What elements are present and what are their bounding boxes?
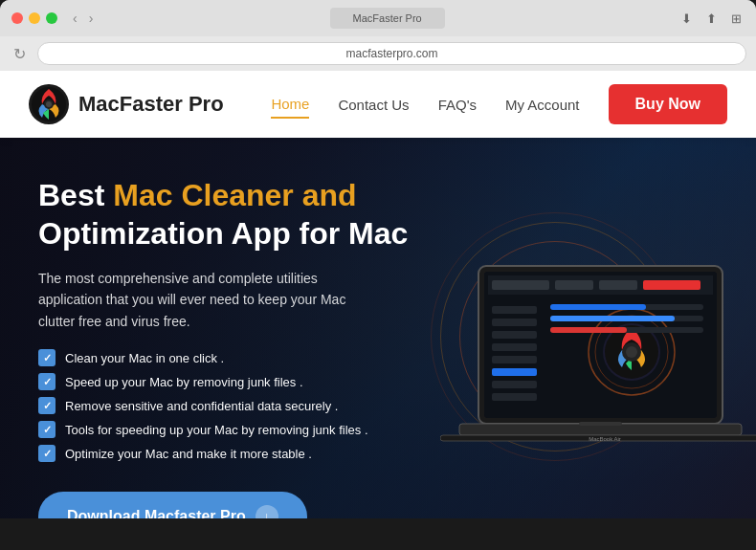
svg-rect-8 (492, 280, 549, 290)
nav-faqs[interactable]: FAQ's (438, 92, 477, 118)
svg-rect-9 (555, 280, 593, 290)
svg-rect-11 (643, 280, 700, 290)
svg-rect-10 (599, 280, 637, 290)
svg-rect-21 (492, 331, 537, 339)
share-icon[interactable]: ⬆ (702, 10, 720, 27)
titlebar: ‹ › MacFaster Pro ⬇ ⬆ ⊞ (0, 0, 756, 36)
traffic-lights (11, 12, 57, 24)
check-icon-1 (38, 349, 56, 366)
nav-home[interactable]: Home (271, 91, 309, 119)
svg-point-17 (626, 346, 637, 358)
new-tab-icon[interactable]: ⊞ (727, 10, 745, 27)
svg-rect-20 (492, 319, 537, 326)
svg-rect-19 (492, 306, 537, 314)
website: MacFaster Pro Home Contact Us FAQ's My A… (0, 71, 756, 518)
maximize-button[interactable] (46, 12, 57, 24)
nav-links: Home Contact Us FAQ's My Account (271, 91, 579, 119)
logo-icon (29, 84, 69, 124)
svg-rect-30 (550, 316, 675, 321)
download-icon[interactable]: ⬇ (678, 10, 695, 27)
download-button[interactable]: Download Macfaster Pro ↓ (38, 492, 307, 518)
svg-rect-22 (492, 343, 537, 351)
svg-rect-28 (550, 304, 646, 310)
svg-rect-24 (492, 368, 537, 376)
check-icon-4 (38, 421, 56, 438)
svg-rect-26 (492, 393, 537, 401)
logo-area: MacFaster Pro (29, 84, 224, 124)
hero-description: The most comprehensive and complete util… (38, 268, 383, 332)
svg-rect-23 (492, 356, 537, 363)
check-icon-5 (38, 445, 56, 462)
nav-contact[interactable]: Contact Us (338, 92, 409, 118)
svg-text:MacBook Air: MacBook Air (589, 436, 621, 442)
reload-button[interactable]: ↻ (10, 43, 30, 65)
svg-point-3 (46, 101, 52, 107)
address-bar-row: ↻ macfasterpro.com (0, 36, 756, 71)
nav-buttons: ‹ › (69, 9, 97, 28)
back-button[interactable]: ‹ (69, 9, 81, 28)
svg-rect-35 (579, 422, 622, 426)
address-bar[interactable]: macfasterpro.com (37, 42, 746, 65)
check-icon-3 (38, 397, 56, 414)
minimize-button[interactable] (29, 12, 40, 24)
navbar: MacFaster Pro Home Contact Us FAQ's My A… (0, 71, 756, 138)
close-button[interactable] (11, 12, 23, 24)
tab-title: MacFaster Pro (353, 12, 422, 24)
svg-rect-25 (492, 381, 537, 388)
laptop-mockup: MacBook Air (440, 247, 756, 518)
check-icon-2 (38, 373, 56, 390)
hero-title: Best Mac Cleaner and Optimization App fo… (38, 176, 440, 253)
nav-myaccount[interactable]: My Account (505, 92, 580, 118)
laptop-svg: MacBook Air (440, 247, 756, 515)
browser-chrome: ‹ › MacFaster Pro ⬇ ⬆ ⊞ ↻ macfasterpro.c… (0, 0, 756, 71)
buy-now-button[interactable]: Buy Now (609, 84, 727, 124)
svg-rect-32 (550, 327, 627, 333)
forward-button[interactable]: › (85, 9, 98, 28)
logo-text: MacFaster Pro (78, 92, 224, 117)
download-arrow-icon: ↓ (256, 505, 278, 518)
